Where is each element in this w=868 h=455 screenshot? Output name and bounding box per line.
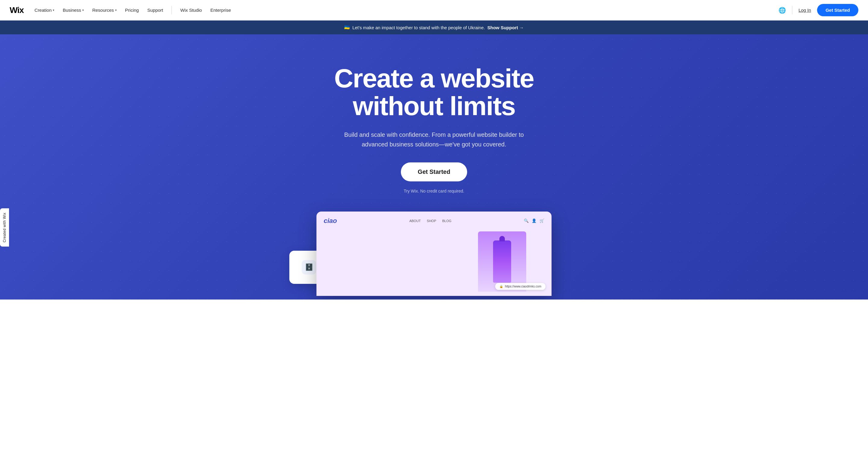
chevron-down-icon: ▾ bbox=[53, 8, 54, 12]
preview-nav-links: ABOUT SHOP BLOG bbox=[409, 219, 452, 223]
wix-logo[interactable]: Wix bbox=[10, 5, 24, 15]
preview-nav-blog: BLOG bbox=[442, 219, 452, 223]
show-support-link[interactable]: Show Support → bbox=[487, 25, 524, 30]
nav-item-creation[interactable]: Creation ▾ bbox=[35, 7, 55, 13]
preview-site-logo: ciao bbox=[324, 217, 337, 225]
floating-card-icon: 🗄️ bbox=[302, 260, 316, 274]
created-with-wix-tab[interactable]: Created with Wix bbox=[0, 208, 9, 247]
arrow-icon: → bbox=[519, 25, 524, 30]
hero-preview-wrap: 🗄️ ciao ABOUT SHOP BLOG 🔍 👤 🛒 bbox=[0, 212, 868, 296]
preview-bottle bbox=[493, 240, 511, 283]
nav-item-business[interactable]: Business ▾ bbox=[63, 7, 84, 13]
search-icon: 🔍 bbox=[524, 219, 529, 223]
chevron-down-icon: ▾ bbox=[115, 8, 117, 12]
ukraine-flag: 🇺🇦 bbox=[344, 25, 350, 30]
preview-nav-about: ABOUT bbox=[409, 219, 421, 223]
hero-subtitle: Build and scale with confidence. From a … bbox=[341, 130, 527, 149]
preview-url: https://www.ciaodrinks.com bbox=[505, 285, 541, 288]
nav-item-support[interactable]: Support bbox=[147, 7, 163, 13]
hero-cta-area: Get Started Try Wix. No credit card requ… bbox=[334, 162, 534, 193]
globe-icon[interactable]: 🌐 bbox=[778, 7, 786, 14]
nav-links: Creation ▾ Business ▾ Resources ▾ Pricin… bbox=[35, 6, 231, 14]
nav-item-pricing[interactable]: Pricing bbox=[125, 7, 139, 13]
login-link[interactable]: Log In bbox=[798, 7, 811, 13]
nav-item-resources[interactable]: Resources ▾ bbox=[92, 7, 117, 13]
preview-nav: ciao ABOUT SHOP BLOG 🔍 👤 🛒 bbox=[324, 217, 544, 225]
preview-nav-shop: SHOP bbox=[427, 219, 436, 223]
navbar: Wix Creation ▾ Business ▾ Resources ▾ bbox=[0, 0, 868, 21]
lock-icon: 🔒 bbox=[499, 285, 503, 288]
preview-product-image bbox=[478, 231, 526, 292]
nav-item-wix-studio[interactable]: Wix Studio bbox=[180, 7, 202, 13]
user-icon: 👤 bbox=[532, 219, 536, 223]
side-tab-label: Created with Wix bbox=[2, 213, 7, 242]
preview-card: ciao ABOUT SHOP BLOG 🔍 👤 🛒 bbox=[316, 212, 552, 296]
preview-nav-icons: 🔍 👤 🛒 bbox=[524, 219, 544, 223]
nav-item-enterprise[interactable]: Enterprise bbox=[210, 7, 231, 13]
get-started-button-hero[interactable]: Get Started bbox=[401, 162, 467, 182]
navbar-right: 🌐 Log In Get Started bbox=[778, 4, 858, 16]
preview-url-bar: 🔒 https://www.ciaodrinks.com bbox=[495, 283, 546, 290]
chevron-down-icon: ▾ bbox=[82, 8, 84, 12]
navbar-left: Wix Creation ▾ Business ▾ Resources ▾ bbox=[10, 5, 231, 15]
no-credit-card-text: Try Wix. No credit card required. bbox=[334, 189, 534, 193]
ukraine-banner: 🇺🇦 Let's make an impact together to stan… bbox=[0, 21, 868, 34]
get-started-button-nav[interactable]: Get Started bbox=[817, 4, 858, 16]
hero-title: Create a website without limits bbox=[334, 64, 534, 120]
hero-section: Create a website without limits Build an… bbox=[0, 34, 868, 299]
nav-divider bbox=[172, 6, 172, 14]
hero-content: Create a website without limits Build an… bbox=[328, 64, 540, 193]
banner-message: Let's make an impact together to stand w… bbox=[352, 25, 485, 30]
preview-card-inner: ciao ABOUT SHOP BLOG 🔍 👤 🛒 bbox=[316, 212, 552, 289]
preview-content-area bbox=[324, 228, 544, 289]
cart-icon: 🛒 bbox=[539, 219, 544, 223]
